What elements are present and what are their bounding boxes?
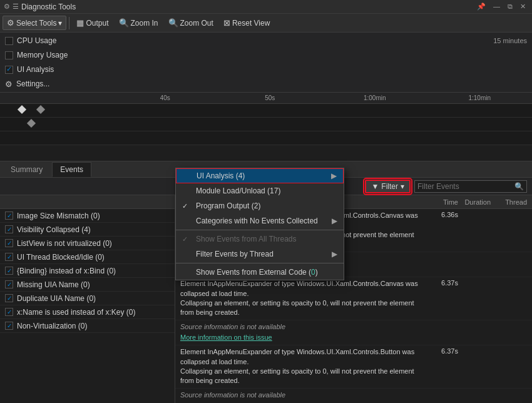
menu-item-program-output[interactable]: ✓ Program Output (2) xyxy=(176,198,344,213)
category-visibility-collapsed[interactable]: ✓ Visibility Collapsed (4) xyxy=(0,223,175,237)
cpu-label: CPU Usage xyxy=(17,36,56,45)
memory-usage-item[interactable]: Memory Usage xyxy=(5,48,527,62)
cat-check-1[interactable]: ✓ xyxy=(5,212,13,220)
cat-label-2: Visibility Collapsed (4) xyxy=(17,225,91,234)
ruler-mark-1min: 1:00min xyxy=(322,94,427,101)
reset-view-label: Reset View xyxy=(232,19,270,28)
cat-check-3[interactable]: ✓ xyxy=(5,239,13,247)
search-icon: 🔍 xyxy=(514,182,524,191)
ruler-mark-40s: 40s xyxy=(113,94,218,101)
select-tools-label: Select Tools xyxy=(16,19,56,28)
track-content-2 xyxy=(0,118,532,131)
tab-summary[interactable]: Summary xyxy=(3,162,51,177)
menu-item-filter-thread[interactable]: Filter Events by Thread ▶ xyxy=(176,247,344,262)
reset-view-button[interactable]: ⊠ Reset View xyxy=(219,16,274,30)
event-row-3: Element InAppMenuExpander of type Window… xyxy=(175,345,532,389)
output-label: Output xyxy=(86,19,108,28)
cat-label-7: Duplicate UIA Name (0) xyxy=(17,294,96,303)
source-3: Source information is not available More… xyxy=(180,390,527,403)
timeline-tracks xyxy=(0,104,532,148)
memory-checkbox[interactable] xyxy=(5,51,13,59)
more-info-link-2[interactable]: More information on this issue xyxy=(180,334,272,341)
filter-icon: ▼ xyxy=(371,182,379,191)
zoom-in-button[interactable]: 🔍 Zoom In xyxy=(115,16,163,30)
cat-check-2[interactable]: ✓ xyxy=(5,225,13,233)
track-row-2 xyxy=(0,118,532,131)
arrow-no-events: ▶ xyxy=(332,217,337,225)
minimize-button[interactable]: — xyxy=(491,3,503,11)
menu-label-program-output: Program Output (2) xyxy=(196,202,260,210)
check-all-threads: ✓ xyxy=(182,235,192,243)
settings-item[interactable]: ⚙ Settings... xyxy=(5,77,527,91)
category-xname[interactable]: ✓ x:Name is used instead of x:Key (0) xyxy=(0,305,175,319)
output-button[interactable]: ▦ Output xyxy=(72,16,113,30)
cat-label-3: ListView is not virtualized (0) xyxy=(17,239,112,248)
cat-label-8: x:Name is used instead of x:Key (0) xyxy=(17,308,135,317)
zoom-in-icon: 🔍 xyxy=(119,18,129,28)
menu-item-ui-analysis[interactable]: UI Analysis (4) ▶ xyxy=(176,168,344,183)
category-missing-uia[interactable]: ✓ Missing UIA Name (0) xyxy=(0,278,175,292)
ruler-mark-50s: 50s xyxy=(218,94,323,101)
cpu-checkbox[interactable] xyxy=(5,37,13,45)
category-image-size[interactable]: ✓ Image Size Mismatch (0) xyxy=(0,209,175,223)
menu-label-ui-analysis: UI Analysis (4) xyxy=(197,171,245,180)
cat-label-5: {Binding} instead of x:Bind (0) xyxy=(17,267,116,275)
ui-checkbox[interactable] xyxy=(5,66,13,74)
menu-item-module-load[interactable]: Module Load/Unload (17) xyxy=(176,183,344,198)
cat-label-4: UI Thread Blocked/Idle (0) xyxy=(17,253,105,262)
maximize-button[interactable]: ⧉ xyxy=(505,3,515,11)
cat-check-5[interactable]: ✓ xyxy=(5,267,13,275)
menu-item-external-code[interactable]: Show Events from External Code (0) xyxy=(176,265,344,280)
cat-check-4[interactable]: ✓ xyxy=(5,253,13,261)
category-listview[interactable]: ✓ ListView is not virtualized (0) xyxy=(0,237,175,250)
track-row-1 xyxy=(0,104,532,118)
filter-button[interactable]: ▼ Filter ▾ xyxy=(365,180,411,193)
cat-check-9[interactable]: ✓ xyxy=(5,322,13,330)
title-bar-left: ⚙ ☰ Diagnostic Tools xyxy=(4,3,76,11)
ui-analysis-item[interactable]: UI Analysis xyxy=(5,63,527,76)
pin-button[interactable]: 📌 xyxy=(474,3,488,11)
cat-check-8[interactable]: ✓ xyxy=(5,308,13,316)
menu-label-filter-thread: Filter Events by Thread xyxy=(196,250,274,258)
cat-check-6[interactable]: ✓ xyxy=(5,280,13,288)
cat-check-7[interactable]: ✓ xyxy=(5,294,13,302)
zoom-out-label: Zoom Out xyxy=(180,19,213,28)
duration-label: 15 minutes xyxy=(493,37,527,44)
menu-icon[interactable]: ☰ xyxy=(13,3,19,11)
arrow-ui-analysis: ▶ xyxy=(331,171,337,180)
event-row-3-extra: Source information is not available More… xyxy=(175,389,532,403)
category-ui-thread[interactable]: ✓ UI Thread Blocked/Idle (0) xyxy=(0,250,175,264)
menu-label-no-events: Categories with No Events Collected xyxy=(196,217,318,225)
category-binding[interactable]: ✓ {Binding} instead of x:Bind (0) xyxy=(0,264,175,278)
category-duplicate-uia[interactable]: ✓ Duplicate UIA Name (0) xyxy=(0,292,175,305)
track-row-3 xyxy=(0,131,532,145)
dropdown-menu[interactable]: UI Analysis (4) ▶ Module Load/Unload (17… xyxy=(175,168,344,280)
header-thread: Thread xyxy=(496,198,527,206)
menu-item-show-all-threads[interactable]: ✓ Show Events from All Threads xyxy=(176,232,344,247)
track-content-3 xyxy=(0,131,532,145)
event-time-3: 6.37s xyxy=(427,347,458,355)
event-main-3: Element InAppMenuExpander of type Window… xyxy=(180,347,427,386)
output-icon: ▦ xyxy=(76,18,84,28)
check-program-output: ✓ xyxy=(182,202,192,210)
header-time: Time xyxy=(427,198,458,206)
select-tools-button[interactable]: ⚙ Select Tools ▾ xyxy=(3,16,66,30)
category-non-virt[interactable]: ✓ Non-Virtualization (0) xyxy=(0,319,175,333)
track-marker-1 xyxy=(18,105,26,114)
menu-item-no-events[interactable]: Categories with No Events Collected ▶ xyxy=(176,213,344,228)
filter-search-input[interactable] xyxy=(417,182,512,191)
menu-separator-1 xyxy=(176,230,344,230)
filter-dropdown-arrow: ▾ xyxy=(401,182,404,191)
title-bar-controls: 📌 — ⧉ ✕ xyxy=(474,3,528,11)
zoom-out-button[interactable]: 🔍 Zoom Out xyxy=(164,16,218,30)
event-main-2: Element InAppMenuExpander of type Window… xyxy=(180,279,427,318)
gear-icon[interactable]: ⚙ xyxy=(4,3,10,11)
menu-label-module-load: Module Load/Unload (17) xyxy=(196,186,280,195)
event-time-2: 6.37s xyxy=(427,279,458,287)
menu-separator-2 xyxy=(176,263,344,263)
tab-events[interactable]: Events xyxy=(52,162,91,177)
timeline-area: 40s 50s 1:00min 1:10min xyxy=(0,93,532,161)
zoom-in-label: Zoom In xyxy=(131,19,158,28)
cpu-usage-item[interactable]: CPU Usage 15 minutes xyxy=(5,34,527,48)
close-button[interactable]: ✕ xyxy=(518,3,528,11)
